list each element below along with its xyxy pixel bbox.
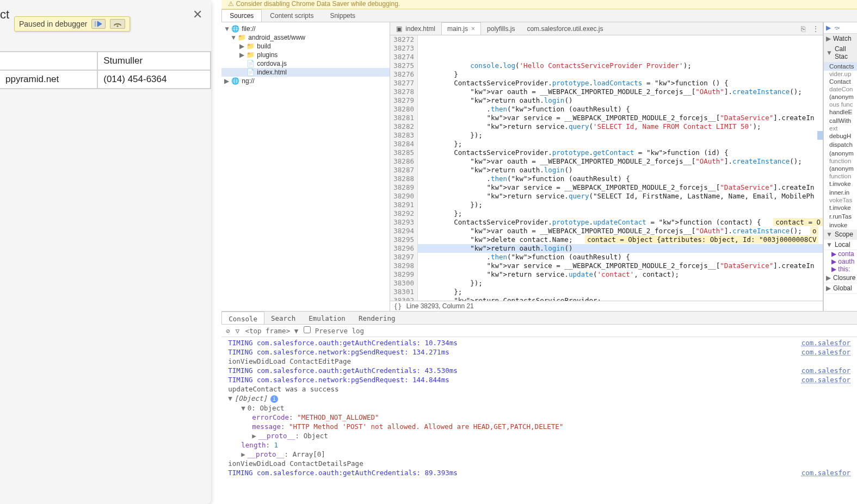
stack-frame[interactable]: dispatch [824,140,857,149]
console-line[interactable]: TIMING com.salesforce.oauth:getAuthCrede… [221,468,857,477]
console-line[interactable]: length: 1 [221,440,857,450]
stack-frame[interactable]: (anonym [824,164,857,173]
section-callstack[interactable]: Call Stac [835,45,855,60]
section-watch[interactable]: Watch [833,35,852,42]
more-icon[interactable]: ⋮ [809,22,823,35]
console-line[interactable]: ▶__proto__: Object [221,431,857,440]
folder-icon: 📁 [246,42,255,50]
paused-label: Paused in debugger [19,20,87,28]
filetab-exec[interactable]: com.salesforce.util.exec.js [521,22,609,35]
page-icon: ▣ [396,25,402,33]
paused-badge: Paused in debugger [14,16,130,32]
stack-frame[interactable]: Contact [824,77,857,86]
console-line[interactable]: updateContact was a success [221,384,857,394]
var-this[interactable]: this: [838,265,850,273]
close-icon[interactable]: × [471,25,475,33]
tree-root[interactable]: file:// [242,25,255,33]
globe-icon: 🌐 [231,25,239,33]
stack-frame[interactable]: invoke [824,221,857,229]
section-scope[interactable]: Scope [835,231,853,238]
tab-snippets[interactable]: Snippets [322,9,363,22]
toggle-nav-icon[interactable]: ⎘ [798,22,809,35]
folder-icon: 📁 [238,34,246,41]
preserve-log-checkbox[interactable] [304,326,311,333]
tab-sources[interactable]: Sources [221,9,262,22]
console-line[interactable]: ▶__proto__: Array[0] [221,450,857,459]
code-editor[interactable]: console.log('Hello ContactsServiceProvid… [418,35,823,301]
warning-text: Consider disabling Chrome Data Saver whi… [236,0,400,8]
tree-index[interactable]: index.html [257,69,287,76]
cell-lastname: Stumuller [97,52,211,70]
stack-frame[interactable]: (anonym [824,149,857,158]
console-line[interactable]: TIMING com.salesforce.oauth:getAuthCrede… [221,338,857,347]
scope-local[interactable]: Local [835,241,850,248]
tree-plugins[interactable]: plugins [257,51,278,59]
filter-icon[interactable]: ▽ [236,327,240,335]
console-line[interactable]: TIMING com.salesforce.network:pgSendRequ… [221,375,857,384]
scope-global[interactable]: Global [833,284,852,292]
step-over-icon[interactable]: ⤼ [834,24,840,32]
console-line[interactable]: ionViewDidLoad ContactEditPage [221,357,857,366]
console-line[interactable]: ionViewDidLoad ContactDetailsPage [221,459,857,468]
file-icon: 📄 [246,60,255,67]
frame-selector[interactable]: <top frame> [245,327,290,335]
stack-frame[interactable]: Contacts [824,62,857,71]
tab-rendering[interactable]: Rendering [352,312,402,324]
sources-subtabs: Sources Content scripts Snippets [221,9,857,22]
close-icon[interactable]: ✕ [193,8,202,22]
cursor-position: Line 38293, Column 21 [406,302,474,310]
tree-ng[interactable]: ng:// [242,77,254,85]
filetab-main[interactable]: main.js× [441,22,481,35]
step-over-button[interactable] [110,19,125,29]
var-contact[interactable]: conta [838,250,854,258]
globe-icon: 🌐 [231,77,239,85]
clear-console-icon[interactable]: ⊘ [226,327,230,335]
console-line[interactable]: ▼0: Object [221,403,857,413]
filetab-index[interactable]: ▣ index.html [390,22,441,35]
preserve-log[interactable]: Preserve log [304,326,364,335]
cell-phone: (014) 454-6364 [97,70,211,89]
scroll-marker [817,131,823,140]
warning-bar: ⚠ Consider disabling Chrome Data Saver w… [221,0,857,9]
scope-closure[interactable]: Closure [833,274,855,282]
stack-frame[interactable]: handleE [824,108,857,116]
tab-emulation[interactable]: Emulation [302,312,352,324]
resume-icon[interactable]: ▶ [826,24,831,32]
stack-frame[interactable]: inner.in [824,188,857,197]
braces-icon[interactable]: { } [394,302,400,310]
stack-frame[interactable]: (anonym [824,92,857,101]
console-line[interactable]: ▼[Object]i [221,394,857,403]
stack-frame[interactable]: callWith [824,116,857,125]
tree-build[interactable]: build [257,42,270,50]
file-tree[interactable]: ▼🌐file:// ▼📁android_asset/www ▶📁build ▶📁… [221,22,390,311]
console-line[interactable]: TIMING com.salesforce.oauth:getAuthCrede… [221,366,857,375]
tree-www[interactable]: android_asset/www [248,34,305,41]
tab-search[interactable]: Search [264,312,302,324]
resume-button[interactable] [91,19,106,29]
page-title: ct [0,8,9,22]
console-line[interactable]: message: "HTTP Method 'POST' not allowed… [221,422,857,431]
console-line[interactable]: errorCode: "METHOD_NOT_ALLOWED" [221,413,857,422]
stack-frame[interactable]: debugH [824,132,857,140]
folder-icon: 📁 [246,51,255,59]
stack-frame[interactable]: t.invoke [824,179,857,188]
tab-console[interactable]: Console [221,312,264,324]
tree-cordova[interactable]: cordova.js [257,60,287,67]
svg-point-0 [117,26,119,27]
filetab-polyfills[interactable]: polyfills.js [481,22,521,35]
stack-frame[interactable]: r.runTas [824,212,857,221]
contact-table: Stumuller ppyramid.net (014) 454-6364 [0,51,211,89]
debugger-sidepane: ▶ ⤼ ▶Watch ▼Call Stac Contactsvider.upCo… [823,22,857,311]
tab-content-scripts[interactable]: Content scripts [262,9,322,22]
stack-frame[interactable]: t.invoke [824,203,857,212]
console-line[interactable]: TIMING com.salesforce.network:pgSendRequ… [221,347,857,357]
line-gutter: 3827238273382743827538276382773827838279… [390,35,418,301]
file-icon: 📄 [246,69,255,76]
var-oauth[interactable]: oauth [838,258,854,265]
cell-email: ppyramid.net [0,70,97,89]
